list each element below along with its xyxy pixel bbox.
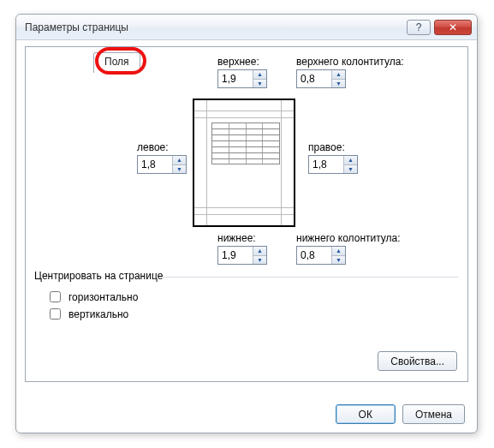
spin-up-icon[interactable]: ▲: [253, 70, 266, 80]
spin-up-icon[interactable]: ▲: [332, 70, 345, 80]
footer-margin-field[interactable]: [297, 247, 331, 264]
top-label: верхнее:: [217, 56, 259, 68]
checkbox-label: горизонтально: [68, 291, 138, 303]
bottom-margin-input[interactable]: ▲▼: [217, 246, 267, 265]
right-margin-input[interactable]: ▲▼: [308, 155, 358, 174]
top-margin-field[interactable]: [218, 70, 253, 87]
center-group-label: Центрировать на странице: [34, 270, 163, 282]
spin-up-icon[interactable]: ▲: [253, 247, 266, 256]
margins-pane: верхнее: ▲▼ верхнего колонтитула: ▲▼ лев…: [25, 46, 468, 382]
divider: [163, 277, 459, 278]
spin-down-icon[interactable]: ▼: [253, 80, 266, 88]
left-margin-field[interactable]: [138, 156, 172, 173]
left-label: левое:: [137, 141, 169, 153]
spin-down-icon[interactable]: ▼: [344, 165, 357, 174]
spin-up-icon[interactable]: ▲: [332, 247, 345, 256]
checkbox-input[interactable]: [50, 291, 61, 302]
spin-down-icon[interactable]: ▼: [173, 165, 186, 174]
properties-button[interactable]: Свойства...: [378, 351, 457, 371]
close-button[interactable]: ✕: [434, 20, 472, 35]
header-margin-field[interactable]: [297, 70, 331, 87]
dialog-title: Параметры страницы: [25, 21, 403, 33]
header-label: верхнего колонтитула:: [296, 56, 404, 68]
footer-label: нижнего колонтитула:: [296, 232, 401, 244]
tab-margins[interactable]: Поля: [93, 52, 140, 73]
help-button[interactable]: ?: [407, 20, 431, 35]
spin-down-icon[interactable]: ▼: [253, 256, 266, 265]
close-icon: ✕: [449, 21, 457, 33]
top-margin-input[interactable]: ▲▼: [217, 69, 267, 88]
preview-grid-icon: [211, 122, 280, 169]
ok-button[interactable]: ОК: [336, 404, 396, 424]
dialog-footer: ОК Отмена: [336, 404, 465, 424]
right-margin-field[interactable]: [309, 156, 343, 173]
page-setup-dialog: Параметры страницы ? ✕ Страница Поля Кол…: [15, 14, 478, 433]
footer-margin-input[interactable]: ▲▼: [296, 246, 346, 265]
bottom-margin-field[interactable]: [218, 247, 253, 264]
spin-down-icon[interactable]: ▼: [332, 80, 345, 88]
checkbox-label: вертикально: [68, 308, 128, 320]
left-margin-input[interactable]: ▲▼: [137, 155, 187, 174]
center-horizontal-checkbox[interactable]: горизонтально: [46, 289, 138, 305]
help-icon: ?: [416, 21, 422, 33]
header-margin-input[interactable]: ▲▼: [296, 69, 346, 88]
cancel-button[interactable]: Отмена: [402, 404, 465, 424]
spin-up-icon[interactable]: ▲: [173, 156, 186, 165]
spin-down-icon[interactable]: ▼: [332, 256, 345, 265]
spin-up-icon[interactable]: ▲: [344, 156, 357, 165]
center-vertical-checkbox[interactable]: вертикально: [46, 306, 128, 322]
right-label: правое:: [308, 141, 345, 153]
titlebar: Параметры страницы ? ✕: [16, 15, 477, 40]
page-preview: [193, 99, 295, 227]
checkbox-input[interactable]: [50, 308, 61, 320]
bottom-label: нижнее:: [217, 232, 256, 244]
